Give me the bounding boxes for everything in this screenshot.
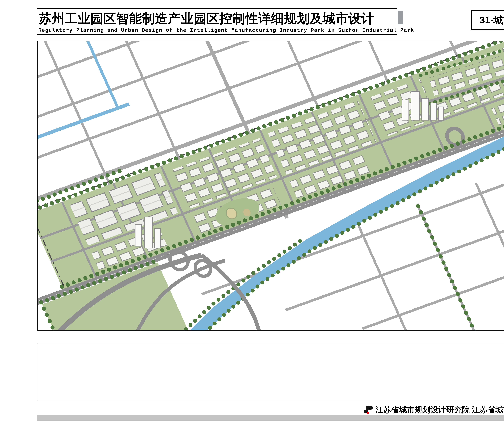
aerial-rendering bbox=[38, 41, 504, 330]
bottom-gray-bar bbox=[37, 415, 504, 420]
sheet-number-box: 31-城市设计三维鸟瞰图 bbox=[471, 10, 504, 30]
sheet-title-en: Regulatory Planning and Urban Design of … bbox=[38, 27, 414, 33]
notes-box bbox=[37, 343, 504, 401]
header-rule-bottom bbox=[37, 34, 397, 35]
institute-logo bbox=[363, 405, 373, 414]
header-rule-top bbox=[37, 8, 397, 9]
header-gray-block bbox=[398, 11, 403, 25]
institute-names: 江苏省城市规划设计研究院 江苏省城市交通规划研究中心 bbox=[375, 405, 504, 414]
rendering-frame bbox=[37, 41, 504, 330]
sheet-number-label: 31-城市设计三维鸟瞰图 bbox=[480, 14, 504, 27]
plan-sheet: 苏州工业园区智能制造产业园区控制性详细规划及城市设计 Regulatory Pl… bbox=[0, 0, 504, 428]
sheet-title-cn: 苏州工业园区智能制造产业园区控制性详细规划及城市设计 bbox=[39, 10, 374, 27]
